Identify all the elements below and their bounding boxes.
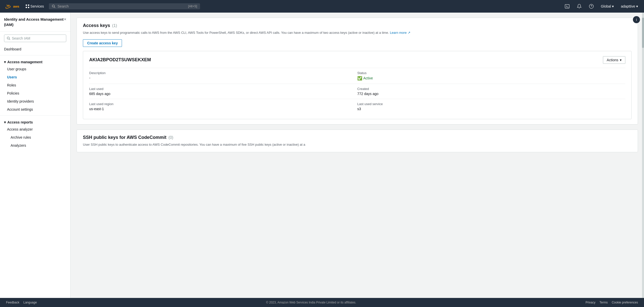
sidebar-search-input[interactable] [12, 36, 63, 40]
sidebar-divider-2 [0, 115, 70, 116]
language-link[interactable]: Language [23, 301, 37, 304]
terminal-icon[interactable] [563, 3, 572, 10]
sidebar-item-account-settings[interactable]: Account settings [0, 105, 70, 113]
svg-rect-3 [28, 7, 29, 8]
svg-point-10 [7, 37, 9, 39]
scrollbar-track[interactable] [642, 13, 644, 298]
sidebar-section-access-management-label: Access management [7, 60, 42, 64]
key-last-used-cell: Last used 685 days ago [89, 84, 357, 99]
grid-icon [25, 4, 29, 8]
sidebar-item-identity-providers[interactable]: Identity providers [0, 97, 70, 105]
sidebar-section-access-reports[interactable]: ▾ Access reports [0, 118, 70, 125]
sidebar-item-users[interactable]: Users [0, 73, 70, 81]
key-last-used-region-label: Last used region [89, 102, 357, 106]
create-access-key-button[interactable]: Create access key [83, 39, 122, 47]
top-navigation: aws Services [Alt+S] Global ▾ a [0, 0, 644, 13]
key-description-cell: Description - [89, 68, 357, 84]
access-keys-section: Access keys (1) Use access keys to send … [77, 18, 638, 125]
sidebar-divider-1 [0, 55, 70, 55]
aws-logo-text: aws [13, 5, 19, 8]
key-last-used-service-cell: Last used service s3 [357, 99, 625, 114]
sidebar-item-policies[interactable]: Policies [0, 89, 70, 97]
services-nav[interactable]: Services [23, 3, 46, 9]
sidebar-section-access-management[interactable]: ▾ Access management [0, 57, 70, 65]
key-card-header: AKIA2BPOD2TSUWSEKXEM Actions ▾ [89, 56, 625, 64]
ssh-section: SSH public keys for AWS CodeCommit (0) U… [77, 130, 638, 152]
ssh-count: (0) [168, 135, 173, 140]
cookie-preferences-link[interactable]: Cookie preferences [612, 301, 638, 304]
sidebar-item-user-groups[interactable]: User groups [0, 65, 70, 73]
key-last-used-service-label: Last used service [357, 102, 625, 106]
help-icon[interactable] [587, 3, 596, 10]
sidebar-item-roles[interactable]: Roles [0, 81, 70, 89]
access-keys-title: Access keys (1) [83, 23, 632, 28]
search-icon [52, 5, 55, 8]
sidebar-item-analyzers[interactable]: Analyzers [0, 141, 70, 149]
region-chevron-icon: ▾ [612, 4, 614, 8]
key-status-value: ✅ Active [357, 76, 625, 81]
terms-link[interactable]: Terms [599, 301, 608, 304]
privacy-link[interactable]: Privacy [586, 301, 595, 304]
sidebar-close-button[interactable]: × [64, 17, 66, 22]
region-selector[interactable]: Global ▾ [599, 3, 616, 9]
key-created-cell: Created 772 days ago [357, 84, 625, 99]
access-management-chevron-icon: ▾ [4, 60, 6, 64]
global-search-bar[interactable]: [Alt+S] [49, 3, 200, 9]
svg-point-8 [589, 4, 593, 9]
services-label: Services [30, 4, 44, 8]
notification-icon[interactable] [575, 3, 584, 10]
key-status-label: Status [357, 71, 625, 75]
key-details-grid: Description - Status ✅ Active Last used … [89, 68, 625, 114]
account-chevron-icon: ▾ [636, 4, 638, 8]
sidebar: Identity and Access Management (IAM) × D… [0, 13, 71, 298]
sidebar-search-icon [7, 37, 10, 40]
feedback-link[interactable]: Feedback [6, 301, 19, 304]
access-reports-chevron-icon: ▾ [4, 120, 6, 124]
key-id: AKIA2BPOD2TSUWSEKXEM [89, 57, 151, 63]
sidebar-item-archive-rules[interactable]: Archive rules [0, 133, 70, 141]
key-last-used-value: 685 days ago [89, 92, 357, 96]
scrollbar-thumb[interactable] [642, 18, 644, 48]
main-content: Access keys (1) Use access keys to send … [71, 13, 644, 298]
main-layout: Identity and Access Management (IAM) × D… [0, 13, 644, 298]
key-created-value: 772 days ago [357, 92, 625, 96]
ssh-title-text: SSH public keys for AWS CodeCommit [83, 135, 166, 140]
access-keys-title-text: Access keys [83, 23, 110, 28]
key-status-cell: Status ✅ Active [357, 68, 625, 84]
account-selector[interactable]: adapttive ▾ [619, 3, 640, 9]
key-last-used-label: Last used [89, 87, 357, 91]
footer-left: Feedback Language [6, 301, 37, 304]
sidebar-item-access-analyzer[interactable]: Access analyzer [0, 125, 70, 133]
sidebar-header: Identity and Access Management (IAM) × [0, 17, 70, 32]
ssh-description: User SSH public keys to authenticate acc… [83, 142, 632, 147]
key-card: AKIA2BPOD2TSUWSEKXEM Actions ▾ Descripti… [83, 51, 632, 119]
key-last-used-region-cell: Last used region us-east-1 [89, 99, 357, 114]
sidebar-search-bar[interactable] [4, 35, 66, 42]
account-label: adapttive [621, 4, 635, 8]
svg-rect-0 [26, 5, 27, 6]
footer-right: Privacy Terms Cookie preferences [586, 301, 638, 304]
global-search-input[interactable] [57, 4, 186, 8]
ssh-title: SSH public keys for AWS CodeCommit (0) [83, 135, 632, 140]
key-description-label: Description [89, 71, 357, 75]
key-last-used-service-value: s3 [357, 107, 625, 111]
sidebar-item-dashboard[interactable]: Dashboard [0, 45, 70, 53]
sidebar-section-access-reports-label: Access reports [7, 120, 33, 124]
active-status-icon: ✅ [357, 76, 362, 81]
access-keys-description: Use access keys to send programmatic cal… [83, 30, 632, 35]
actions-chevron-icon: ▾ [620, 58, 622, 62]
key-created-label: Created [357, 87, 625, 91]
svg-rect-1 [28, 5, 29, 6]
sidebar-title: Identity and Access Management (IAM) [4, 17, 64, 27]
region-label: Global [601, 4, 611, 8]
access-keys-count: (1) [112, 23, 117, 28]
svg-point-4 [52, 5, 55, 7]
footer-copyright: © 2023, Amazon Web Services India Privat… [266, 301, 356, 304]
search-shortcut: [Alt+S] [188, 5, 197, 8]
key-last-used-region-value: us-east-1 [89, 107, 357, 111]
info-icon[interactable]: i [633, 16, 640, 23]
aws-logo[interactable]: aws [4, 2, 19, 10]
learn-more-link[interactable]: Learn more ↗ [390, 31, 410, 35]
actions-button[interactable]: Actions ▾ [603, 56, 625, 64]
svg-line-11 [9, 39, 10, 40]
